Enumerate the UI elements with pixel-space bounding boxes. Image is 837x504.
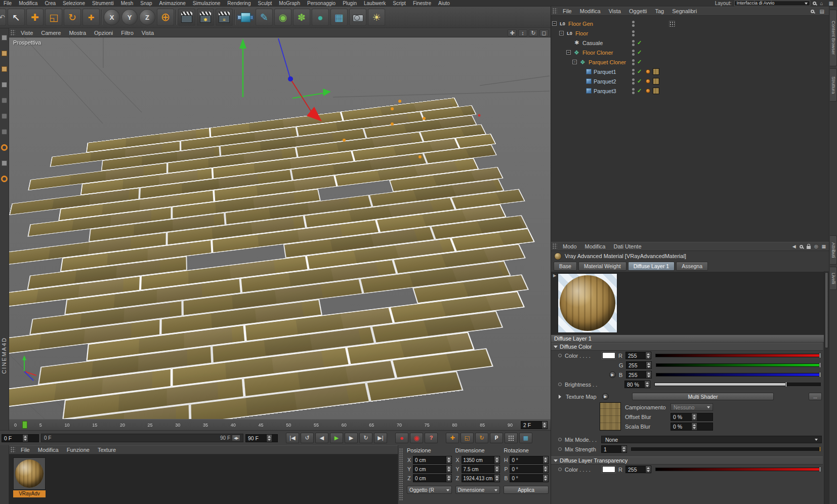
panel-grip[interactable] xyxy=(399,448,403,501)
tab-content-browser[interactable]: Content Browser xyxy=(830,10,837,66)
material-menu-item[interactable]: Funzione xyxy=(63,447,94,453)
visibility-dots[interactable] xyxy=(632,50,635,56)
size-field[interactable]: 1924.413 cm xyxy=(462,474,500,482)
expand-icon[interactable]: − xyxy=(559,31,564,35)
browse-texture-button[interactable]: ... xyxy=(809,393,822,400)
keyframe-dot-icon[interactable] xyxy=(558,468,562,471)
panel-grip[interactable] xyxy=(11,30,15,36)
toolbar-separator[interactable] xyxy=(176,10,177,25)
attribute-menu-item[interactable]: Modifica xyxy=(581,243,610,249)
green-slider[interactable] xyxy=(656,363,821,367)
brightness-slider[interactable] xyxy=(654,383,821,386)
red-value-field[interactable]: 255 xyxy=(625,352,651,359)
previous-frame-button[interactable]: ◀ xyxy=(315,433,328,443)
enabled-check-icon[interactable]: ✓ xyxy=(637,88,643,94)
rotate-tool-icon[interactable]: ↻ xyxy=(64,9,81,26)
model-mode-icon[interactable] xyxy=(0,49,9,57)
mix-mode-dropdown[interactable]: None xyxy=(601,436,822,443)
object-tree-row[interactable]: − ✱ Casuale ✓ xyxy=(551,38,829,48)
grid-icon[interactable]: ▦ xyxy=(821,244,826,249)
current-frame-field[interactable]: 2 F xyxy=(521,421,548,429)
search-icon[interactable] xyxy=(800,245,803,248)
coords-mode-dropdown[interactable]: Oggetto (R xyxy=(407,486,452,494)
enabled-check-icon[interactable]: ✓ xyxy=(637,59,643,65)
diffuse-color-group[interactable]: Diffuse Color xyxy=(551,343,823,351)
panel-grid-icon[interactable]: ▦ xyxy=(827,1,835,6)
material-tag-icon[interactable] xyxy=(646,69,650,74)
visibility-dots[interactable] xyxy=(632,40,635,46)
layout-select[interactable]: Interfaccia di Avvio xyxy=(734,1,810,6)
object-tree-row[interactable]: − Parquet2 ✓ xyxy=(551,76,829,86)
tab-struttura[interactable]: Struttura xyxy=(830,68,837,102)
key-rotation-button[interactable]: ↻ xyxy=(475,433,488,443)
transparency-red-field[interactable]: 255 xyxy=(625,466,651,473)
visibility-dots[interactable] xyxy=(632,30,635,36)
scale-blur-field[interactable]: 0 % xyxy=(671,423,713,431)
attribute-tab[interactable]: Material Weight xyxy=(578,262,626,271)
position-field[interactable]: 0 cm xyxy=(413,465,452,473)
green-value-field[interactable]: 255 xyxy=(626,361,652,369)
lock-z-axis-icon[interactable]: Z xyxy=(139,9,155,25)
visibility-dots[interactable] xyxy=(632,21,635,27)
rotation-field[interactable]: 0 ° xyxy=(510,465,549,473)
object-label[interactable]: Parquet2 xyxy=(594,78,616,85)
multi-shader-button[interactable]: Multi Shader xyxy=(632,393,774,400)
visibility-dots[interactable] xyxy=(632,69,635,75)
tab-attributi[interactable]: Attributi xyxy=(830,235,837,265)
menubar-item[interactable]: Laubwerk xyxy=(360,1,389,6)
size-mode-dropdown[interactable]: Dimensione xyxy=(455,486,500,494)
display-tag-icon[interactable] xyxy=(669,21,675,27)
snap-settings-icon[interactable] xyxy=(0,175,9,183)
spinner[interactable] xyxy=(541,422,547,429)
viewport-menu-item[interactable]: Viste xyxy=(17,30,37,36)
expand-icon[interactable] xyxy=(559,395,563,399)
rotation-field[interactable]: 0 ° xyxy=(510,474,549,482)
scrollbar-thumb[interactable] xyxy=(825,272,828,348)
mix-strength-slider[interactable] xyxy=(631,447,821,451)
undo-icon[interactable]: ↶ xyxy=(0,9,6,26)
transparency-red-slider[interactable] xyxy=(655,468,821,471)
tab-livelli[interactable]: Livelli xyxy=(830,267,837,290)
object-label[interactable]: Parquet3 xyxy=(594,88,616,94)
perspective-viewport[interactable]: Prospettiva xyxy=(9,37,551,419)
menubar-item[interactable]: Finestre xyxy=(409,1,435,6)
object-label[interactable]: Casuale xyxy=(582,40,603,46)
enabled-check-icon[interactable]: ✓ xyxy=(637,68,643,75)
menubar-item[interactable]: Selezione xyxy=(59,1,89,6)
object-tree-row[interactable]: − L0 Floor ✓ xyxy=(551,28,829,38)
panel-grip[interactable] xyxy=(553,8,557,14)
live-selection-icon[interactable]: ↖ xyxy=(8,9,25,26)
workplane-mode-icon[interactable] xyxy=(0,80,9,89)
spline-pen-icon[interactable]: ✎ xyxy=(256,9,273,26)
metaball-icon[interactable]: ● xyxy=(312,9,329,26)
enabled-check-icon[interactable]: ✓ xyxy=(637,78,643,85)
object-label[interactable]: Floor Gen xyxy=(568,21,593,27)
viewport-menu-item[interactable]: Opzioni xyxy=(90,30,117,36)
scale-tool-icon[interactable]: ◱ xyxy=(45,9,62,26)
object-manager-menu-item[interactable]: Modifica xyxy=(576,8,605,14)
object-manager-menu-item[interactable]: Tag xyxy=(651,8,668,14)
keyframe-dot-icon[interactable] xyxy=(558,354,562,357)
array-generator-icon[interactable]: ✽ xyxy=(293,9,310,26)
rotation-field[interactable]: 0 ° xyxy=(510,456,549,464)
loop-mode-button[interactable]: ↻ xyxy=(359,433,372,443)
preview-expander-icon[interactable]: ▶ xyxy=(553,273,556,278)
color-swatch[interactable] xyxy=(602,352,615,359)
viewport-menu-item[interactable]: Filtro xyxy=(117,30,137,36)
polygons-mode-icon[interactable] xyxy=(0,128,9,136)
next-frame-button[interactable]: ▶ xyxy=(345,433,358,443)
key-scale-button[interactable]: ◱ xyxy=(461,433,474,443)
menubar-item[interactable]: Simulazione xyxy=(189,1,224,6)
object-manager-menu-item[interactable]: File xyxy=(559,8,576,14)
pan-view-icon[interactable]: ✚ xyxy=(508,29,517,36)
autokeying-button[interactable]: ◉ xyxy=(410,433,423,443)
size-field[interactable]: 7.5 cm xyxy=(462,465,500,473)
lock-x-axis-icon[interactable]: X xyxy=(104,9,120,25)
visibility-dots[interactable] xyxy=(632,88,635,94)
material-thumbnail[interactable]: VRayAdv xyxy=(13,457,46,497)
start-frame-field[interactable]: 0 F xyxy=(2,434,39,442)
rotate-view-icon[interactable]: ↻ xyxy=(529,29,538,36)
panel-grip[interactable] xyxy=(553,243,557,249)
keyframe-options-button[interactable]: ? xyxy=(425,433,438,443)
blue-value-field[interactable]: 255 xyxy=(626,371,652,379)
